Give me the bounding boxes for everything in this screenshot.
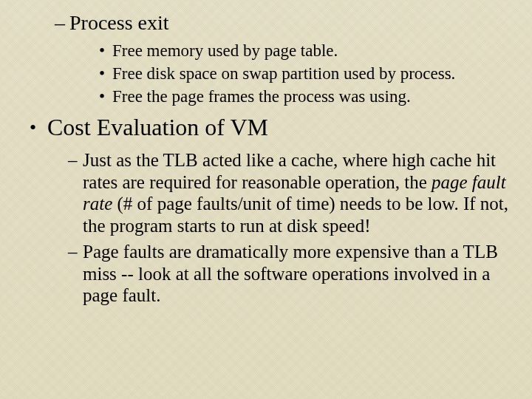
cost-eval-label: Cost Evaluation of VM: [47, 114, 268, 140]
process-exit-label: Process exit: [69, 11, 169, 34]
sub-text: Free memory used by page table.: [112, 41, 338, 60]
process-exit-sub: •Free disk space on swap partition used …: [99, 64, 511, 83]
bullet-icon: •: [99, 41, 112, 61]
cost-eval-item: –Page faults are dramatically more expen…: [68, 241, 511, 307]
sub-text: Free the page frames the process was usi…: [112, 87, 411, 106]
bullet-icon: •: [99, 64, 112, 83]
bullet-icon: •: [99, 86, 112, 106]
sub-text: Free disk space on swap partition used b…: [112, 64, 455, 83]
process-exit-sub: •Free the page frames the process was us…: [99, 86, 511, 106]
item-text-pre: Page faults are dramatically more expens…: [83, 242, 498, 305]
cost-eval-item: –Just as the TLB acted like a cache, whe…: [68, 149, 511, 236]
process-exit-heading: –Process exit: [55, 10, 511, 35]
dash-bullet-icon: –: [68, 241, 83, 263]
dash-bullet-icon: –: [55, 10, 69, 35]
cost-eval-heading: •Cost Evaluation of VM: [30, 114, 511, 142]
item-text-post: (# of page faults/unit of time) needs to…: [83, 194, 508, 236]
slide-body: –Process exit •Free memory used by page …: [0, 0, 532, 307]
process-exit-sub: •Free memory used by page table.: [99, 41, 511, 61]
dash-bullet-icon: –: [68, 149, 83, 171]
